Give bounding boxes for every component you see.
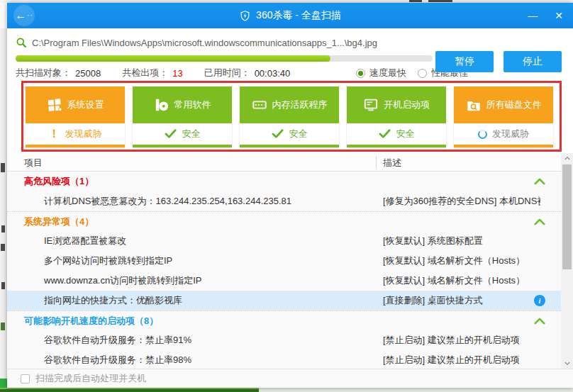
result-item-name: 指向网址的快捷方式：优酷影视库 <box>44 294 182 307</box>
mode-fastest-speed-label: 速度最快 <box>369 67 406 79</box>
group-label: 可能影响开机速度的启动项（8） <box>24 315 158 327</box>
detected-items-value: 13 <box>172 68 182 79</box>
card-label: 内存活跃程序 <box>272 99 328 111</box>
background-text-fragment <box>1 244 5 251</box>
collapse-chevron-icon[interactable] <box>534 218 545 225</box>
background-green-corner <box>0 379 7 388</box>
close-button[interactable]: ✕ <box>555 10 563 21</box>
group-row-system-abnormal[interactable]: 系统异常项（4） <box>7 211 561 231</box>
background-text-fragment <box>1 163 5 172</box>
card-common-software-status: 安全 <box>133 123 232 145</box>
collapse-chevron-icon[interactable] <box>534 318 545 325</box>
card-label: 系统设置 <box>67 99 104 111</box>
scan-action-buttons: 暂停 停止 <box>435 51 562 72</box>
scan-stats: 共扫描对象： 25008 共检出项： 13 已用时间： 00:03:40 <box>16 67 311 79</box>
result-row-google-update-98-clipped[interactable]: 谷歌软件自动升级服务：禁止率98% [禁止启动] 建议禁止的开机启动项 <box>7 350 561 369</box>
check-icon <box>272 129 284 139</box>
card-label: 常用软件 <box>174 99 211 111</box>
column-header-description: 描述 <box>383 157 401 169</box>
mode-fastest-speed[interactable]: 速度最快 <box>356 67 406 79</box>
card-bottom-strip <box>347 145 446 147</box>
card-common-software-header: 常用软件 <box>133 86 232 123</box>
scanned-objects-label: 共扫描对象： <box>16 67 71 79</box>
result-item-description: [恢复默认] 系统图标配置 <box>383 235 483 247</box>
scan-progress-fill <box>16 55 330 62</box>
card-bottom-strip <box>133 145 232 147</box>
result-row-ie-config[interactable]: IE浏览器配置被篡改 [恢复默认] 系统图标配置 <box>7 231 561 251</box>
title-group: 360杀毒 - 全盘扫描 <box>7 3 573 28</box>
software-disc-icon <box>154 97 169 113</box>
group-label: 高危风险项（1） <box>24 175 94 188</box>
minimize-button[interactable]: — <box>528 10 538 21</box>
current-scan-path: C:\Program Files\WindowsApps\microsoft.w… <box>32 38 377 48</box>
card-status-text: 发现威胁 <box>65 128 102 140</box>
card-startup-items-status: 安全 <box>347 123 446 145</box>
collapse-chevron-icon[interactable] <box>534 178 545 185</box>
result-item-description: [修复为360推荐的安全DNS] 本机DNS被... <box>383 195 540 208</box>
screen: ← ·· 360杀毒 - 全盘扫描 — ✕ C:\Program Files\ <box>0 0 573 392</box>
current-scan-path-row: C:\Program Files\WindowsApps\microsoft.w… <box>16 37 441 48</box>
result-row-google-update-91[interactable]: 谷歌软件自动升级服务：禁止率91% [禁止启动] 建议禁止的开机启动项 <box>7 330 561 350</box>
titlebar: ← ·· 360杀毒 - 全盘扫描 — ✕ <box>7 3 573 28</box>
scrollbar-down-arrow[interactable] <box>561 358 573 369</box>
background-text-fragment <box>1 282 5 289</box>
scanned-objects-value: 25008 <box>75 68 101 79</box>
result-item-description: [恢复默认] 域名解析文件（Hosts） <box>383 274 525 287</box>
scrollbar-up-arrow[interactable] <box>561 153 573 164</box>
card-memory-programs-header: 内存活跃程序 <box>240 86 339 123</box>
radio-unselected-icon[interactable] <box>418 69 427 78</box>
elapsed-time-label: 已用时间： <box>204 67 250 79</box>
result-row-downza-redirect[interactable]: www.downza.cn访问时被跳转到指定IP [恢复默认] 域名解析文件（H… <box>7 271 561 291</box>
card-label: 所有磁盘文件 <box>486 99 542 111</box>
result-row-dns-tampered[interactable]: 计算机DNS被恶意篡改为：163.244.235.254,163.244.235… <box>7 191 561 211</box>
pause-button[interactable]: 暂停 <box>435 51 494 72</box>
group-row-startup-impact[interactable]: 可能影响开机速度的启动项（8） <box>7 310 561 330</box>
background-text-fragment <box>1 225 5 233</box>
result-item-name: 谷歌软件自动升级服务：禁止率91% <box>44 334 191 347</box>
result-item-name: 谷歌软件自动升级服务：禁止率98% <box>44 354 191 366</box>
results-table-header: 项目 描述 <box>7 153 573 172</box>
card-all-disk-files[interactable]: 所有磁盘文件 发现威胁 <box>454 86 553 147</box>
result-item-name: IE浏览器配置被篡改 <box>44 235 126 247</box>
window-controls: — ✕ <box>528 3 563 28</box>
card-system-settings-status: ！ 发现威胁 <box>26 123 125 145</box>
stop-button[interactable]: 停止 <box>504 51 562 72</box>
card-startup-items-header: 开机启动项 <box>347 86 446 123</box>
result-row-sites-redirect[interactable]: 多个网站访问时被跳转到指定IP [恢复默认] 域名解析文件（Hosts） <box>7 251 561 271</box>
check-icon <box>165 129 177 139</box>
result-item-description: [禁止启动] 建议禁止的开机启动项 <box>383 354 520 366</box>
card-memory-programs-status: 安全 <box>240 123 339 145</box>
radio-selected-icon[interactable] <box>356 69 365 78</box>
background-text-fragment <box>428 0 452 2</box>
background-taskbar-left <box>0 388 259 392</box>
group-row-high-risk[interactable]: 高危风险项（1） <box>7 172 561 191</box>
detected-items-label: 共检出项： <box>122 67 168 79</box>
card-label: 开机启动项 <box>384 99 430 111</box>
card-bottom-strip <box>26 145 125 147</box>
group-label: 系统异常项（4） <box>24 215 94 228</box>
memory-icon <box>252 97 267 113</box>
card-memory-programs[interactable]: 内存活跃程序 安全 <box>240 86 339 147</box>
scanning-spinner-icon <box>478 130 487 139</box>
info-icon[interactable]: i <box>534 295 545 306</box>
scrollbar-thumb[interactable] <box>562 164 572 269</box>
card-status-text: 安全 <box>182 128 201 140</box>
card-common-software[interactable]: 常用软件 安全 <box>133 86 232 147</box>
elapsed-time-value: 00:03:40 <box>255 68 291 79</box>
card-all-disk-files-status: 发现威胁 <box>454 123 553 145</box>
auto-handle-shutdown-checkbox[interactable] <box>21 374 30 383</box>
background-text-fragment <box>409 0 422 2</box>
exclamation-icon: ！ <box>49 127 60 142</box>
card-status-text: 发现威胁 <box>492 128 529 140</box>
card-startup-items[interactable]: 开机启动项 安全 <box>347 86 446 147</box>
window-title: 360杀毒 - 全盘扫描 <box>256 9 341 22</box>
result-row-shortcut-youku[interactable]: 指向网址的快捷方式：优酷影视库 [直接删除] 桌面快捷方式 i <box>7 291 561 310</box>
card-system-settings-header: 系统设置 <box>26 86 125 123</box>
auto-handle-shutdown-label: 扫描完成后自动处理并关机 <box>35 372 146 385</box>
results-scrollbar[interactable] <box>561 153 573 369</box>
card-status-text: 安全 <box>396 128 415 140</box>
results-table-body: 高危风险项（1） 计算机DNS被恶意篡改为：163.244.235.254,16… <box>7 172 561 369</box>
card-system-settings[interactable]: 系统设置 ！ 发现威胁 <box>26 86 125 147</box>
shield-bolt-icon <box>239 10 251 22</box>
footer-bar: 扫描完成后自动处理并关机 <box>7 369 573 388</box>
